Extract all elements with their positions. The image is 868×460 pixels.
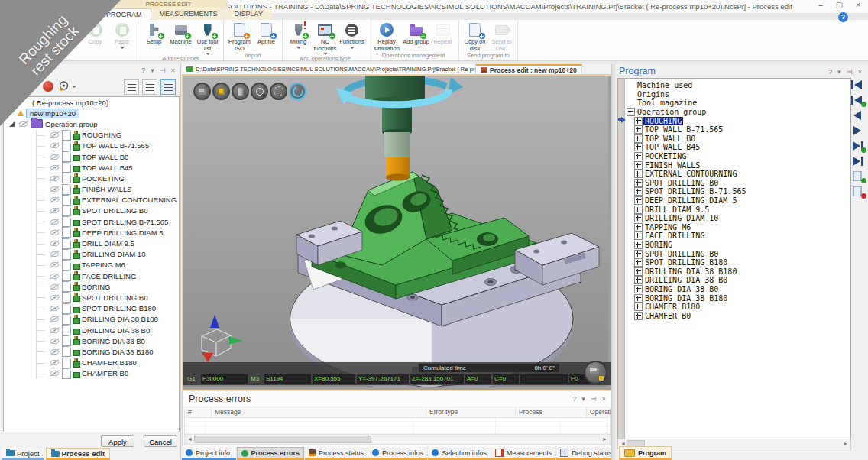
machine-status-button[interactable] [584,361,607,384]
add-group-button[interactable]: Add group [403,21,429,52]
panel-help-icon[interactable]: ? [572,395,576,403]
visibility-eye-icon[interactable] [50,370,60,377]
program-operation-row[interactable]: TOP WALL B-71.565 [627,125,850,134]
program-operation-row[interactable]: EXTERNAL CONTOURNING [627,170,850,179]
apply-button[interactable]: Apply [101,435,134,447]
expand-icon[interactable] [634,179,643,187]
program-iso-button[interactable]: Program ISO [226,21,253,52]
panel-help-icon[interactable]: ? [828,68,832,76]
visibility-eye-icon[interactable] [18,121,28,128]
expand-icon[interactable] [634,134,643,143]
scroll-right-icon[interactable]: ► [602,436,607,442]
program-item-row[interactable]: Tool magazine [627,99,850,108]
program-group-row[interactable]: Operation group [627,108,850,117]
expand-icon[interactable] [634,276,643,284]
operation-row[interactable]: BORING DIA 38 B180 [4,346,179,357]
visibility-eye-icon[interactable] [50,240,60,247]
operation-row[interactable]: POCKETING [4,173,179,183]
nc-functions-button[interactable]: NC functions [312,21,338,55]
column-header[interactable]: Error type [426,407,516,417]
selection-view-button[interactable] [270,83,287,100]
program-operation-row[interactable]: SPOT DRILLING B180 [627,258,850,267]
operation-row[interactable]: TOP WALL B0 [4,151,179,162]
visibility-eye-icon[interactable] [50,338,60,345]
selected-program-row[interactable]: new mp10+20 [4,108,179,118]
skip-to-end-button[interactable] [851,156,864,166]
ribbon-tab[interactable]: MEASUREMENTS [151,8,226,20]
target-button[interactable] [58,80,76,92]
program-operation-row[interactable]: DRILLING DIA 38 B0 [627,276,850,285]
operation-row[interactable]: DRILLING DIA 38 B0 [4,325,179,335]
visibility-eye-icon[interactable] [50,348,60,355]
operation-row[interactable]: TAPPING M6 [4,260,179,270]
visibility-eye-icon[interactable] [50,294,60,301]
operation-row[interactable]: DEEP DRILLING DIAM 5 [4,227,179,238]
operation-row[interactable]: SPOT DRILLING B0 [4,292,179,303]
operation-row[interactable]: DRILL DIAM 9.5 [4,238,179,248]
expand-icon[interactable] [634,312,643,320]
step-backward-button[interactable] [851,110,864,120]
expand-icon[interactable] [634,232,643,240]
program-operation-row[interactable]: DEEP DRILLING DIAM 5 [627,196,850,206]
column-header[interactable]: Process [516,407,587,417]
program-operation-row[interactable]: SPOT DRILLING B-71.565 [627,187,850,196]
cancel-button[interactable]: Cancel [144,435,177,447]
errors-h-scrollbar[interactable]: ◄ ► [184,434,611,445]
visibility-eye-icon[interactable] [50,154,60,160]
close-button[interactable]: × [856,1,860,9]
expand-icon[interactable] [634,170,643,178]
machine-button[interactable]: Machine [167,21,194,55]
expand-icon[interactable] [634,214,643,222]
copy-on-disk-button[interactable]: Copy on disk [462,21,488,52]
expand-icon[interactable] [634,250,643,258]
operation-row[interactable]: TOP WALL B-71.565 [4,141,179,151]
operation-row[interactable]: SPOT DRILLING B-71.565 [4,216,179,227]
3d-viewport[interactable]: Cumulated time 0h 0' 0" G1 F30000 M3 S11… [182,74,613,391]
panel-menu-icon[interactable]: ▾ [837,68,841,76]
program-operation-row[interactable]: BORING DIA 38 B180 [627,293,850,303]
replay-simulation-button[interactable]: Replay simulation [371,21,403,52]
setup-button[interactable]: Setup [141,21,167,55]
previous-tool-button[interactable] [851,95,864,105]
document-tab-process-edit[interactable]: Process edit : new mp10+20 [476,64,582,74]
expand-icon[interactable] [634,241,643,249]
repeat-button[interactable]: Repeat [429,21,456,52]
window-tab[interactable]: Project [2,448,44,460]
visibility-eye-icon[interactable] [50,219,60,225]
status-tab[interactable]: Debug status [556,447,616,460]
operation-row[interactable]: DRILLING DIAM 10 [4,249,179,260]
operation-row[interactable]: FINISH WALLS [4,184,179,195]
column-header[interactable]: # [185,407,212,417]
scroll-left-icon[interactable]: ◄ [187,436,193,442]
visibility-eye-icon[interactable] [50,196,60,203]
program-operation-row[interactable]: BORING [627,241,850,250]
operation-row[interactable]: BORING DIA 38 B0 [4,335,179,346]
operation-row[interactable]: SPOT DRILLING B180 [4,303,179,314]
scroll-thumb[interactable] [194,436,371,443]
panel-close-icon[interactable]: × [858,68,862,76]
visibility-eye-icon[interactable] [50,261,60,268]
column-header[interactable]: Message [212,407,426,417]
expand-icon[interactable] [634,125,643,134]
panel-help-icon[interactable]: ? [141,66,145,74]
status-tab[interactable]: Process errors [237,447,305,460]
view-list-button-2[interactable] [142,79,157,95]
help-button[interactable]: ? [838,12,848,22]
machine-view-button[interactable] [193,83,211,100]
visibility-eye-icon[interactable] [50,305,60,312]
status-tab[interactable]: Measurements [491,447,556,460]
view-list-button-3[interactable] [160,79,176,95]
operation-row[interactable]: BORING [4,281,179,292]
panel-menu-icon[interactable]: ▾ [581,395,585,403]
visibility-eye-icon[interactable] [50,273,60,280]
expand-icon[interactable] [634,187,643,196]
status-tab[interactable]: Project info. [182,447,236,460]
visibility-eye-icon[interactable] [50,142,60,149]
stock-view-button[interactable] [212,83,230,100]
replay-view-button[interactable] [289,83,306,100]
collapse-icon[interactable] [627,108,635,116]
operation-row[interactable]: FACE DRILLING [4,270,179,281]
visibility-eye-icon[interactable] [50,207,60,214]
play-forward-button[interactable] [851,125,864,135]
program-operation-row[interactable]: POCKETING [627,152,850,161]
